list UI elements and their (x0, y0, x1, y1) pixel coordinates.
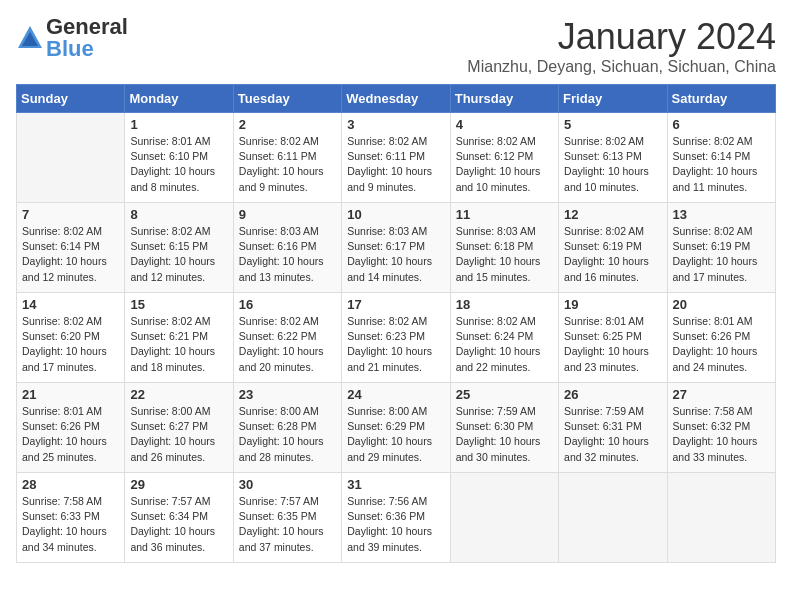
day-number: 28 (22, 477, 119, 492)
calendar-cell: 22Sunrise: 8:00 AMSunset: 6:27 PMDayligh… (125, 383, 233, 473)
day-info: Sunrise: 8:02 AMSunset: 6:12 PMDaylight:… (456, 134, 553, 195)
day-info: Sunrise: 8:00 AMSunset: 6:28 PMDaylight:… (239, 404, 336, 465)
calendar-cell: 11Sunrise: 8:03 AMSunset: 6:18 PMDayligh… (450, 203, 558, 293)
calendar-cell: 26Sunrise: 7:59 AMSunset: 6:31 PMDayligh… (559, 383, 667, 473)
weekday-header-monday: Monday (125, 85, 233, 113)
logo: General Blue (16, 16, 128, 60)
day-info: Sunrise: 8:02 AMSunset: 6:23 PMDaylight:… (347, 314, 444, 375)
day-number: 17 (347, 297, 444, 312)
day-number: 18 (456, 297, 553, 312)
day-info: Sunrise: 8:02 AMSunset: 6:15 PMDaylight:… (130, 224, 227, 285)
weekday-header-thursday: Thursday (450, 85, 558, 113)
weekday-header-row: SundayMondayTuesdayWednesdayThursdayFrid… (17, 85, 776, 113)
calendar-cell: 16Sunrise: 8:02 AMSunset: 6:22 PMDayligh… (233, 293, 341, 383)
calendar-cell: 24Sunrise: 8:00 AMSunset: 6:29 PMDayligh… (342, 383, 450, 473)
calendar-cell (450, 473, 558, 563)
day-number: 15 (130, 297, 227, 312)
calendar-cell: 1Sunrise: 8:01 AMSunset: 6:10 PMDaylight… (125, 113, 233, 203)
day-number: 14 (22, 297, 119, 312)
week-row-4: 21Sunrise: 8:01 AMSunset: 6:26 PMDayligh… (17, 383, 776, 473)
day-info: Sunrise: 8:01 AMSunset: 6:26 PMDaylight:… (22, 404, 119, 465)
day-info: Sunrise: 7:59 AMSunset: 6:30 PMDaylight:… (456, 404, 553, 465)
day-info: Sunrise: 8:02 AMSunset: 6:13 PMDaylight:… (564, 134, 661, 195)
calendar-cell: 19Sunrise: 8:01 AMSunset: 6:25 PMDayligh… (559, 293, 667, 383)
location: Mianzhu, Deyang, Sichuan, Sichuan, China (467, 58, 776, 76)
calendar-cell (559, 473, 667, 563)
calendar-table: SundayMondayTuesdayWednesdayThursdayFrid… (16, 84, 776, 563)
calendar-cell: 28Sunrise: 7:58 AMSunset: 6:33 PMDayligh… (17, 473, 125, 563)
calendar-cell: 8Sunrise: 8:02 AMSunset: 6:15 PMDaylight… (125, 203, 233, 293)
week-row-1: 1Sunrise: 8:01 AMSunset: 6:10 PMDaylight… (17, 113, 776, 203)
calendar-cell: 5Sunrise: 8:02 AMSunset: 6:13 PMDaylight… (559, 113, 667, 203)
day-number: 5 (564, 117, 661, 132)
day-info: Sunrise: 8:02 AMSunset: 6:11 PMDaylight:… (239, 134, 336, 195)
calendar-cell: 9Sunrise: 8:03 AMSunset: 6:16 PMDaylight… (233, 203, 341, 293)
day-number: 2 (239, 117, 336, 132)
day-number: 8 (130, 207, 227, 222)
day-number: 1 (130, 117, 227, 132)
calendar-cell (17, 113, 125, 203)
day-number: 3 (347, 117, 444, 132)
day-info: Sunrise: 8:02 AMSunset: 6:14 PMDaylight:… (673, 134, 770, 195)
day-number: 26 (564, 387, 661, 402)
day-info: Sunrise: 7:59 AMSunset: 6:31 PMDaylight:… (564, 404, 661, 465)
week-row-3: 14Sunrise: 8:02 AMSunset: 6:20 PMDayligh… (17, 293, 776, 383)
day-number: 24 (347, 387, 444, 402)
calendar-cell: 18Sunrise: 8:02 AMSunset: 6:24 PMDayligh… (450, 293, 558, 383)
day-info: Sunrise: 8:03 AMSunset: 6:18 PMDaylight:… (456, 224, 553, 285)
day-number: 9 (239, 207, 336, 222)
day-info: Sunrise: 7:56 AMSunset: 6:36 PMDaylight:… (347, 494, 444, 555)
calendar-cell: 25Sunrise: 7:59 AMSunset: 6:30 PMDayligh… (450, 383, 558, 473)
calendar-cell: 12Sunrise: 8:02 AMSunset: 6:19 PMDayligh… (559, 203, 667, 293)
calendar-cell: 7Sunrise: 8:02 AMSunset: 6:14 PMDaylight… (17, 203, 125, 293)
day-info: Sunrise: 7:58 AMSunset: 6:33 PMDaylight:… (22, 494, 119, 555)
week-row-5: 28Sunrise: 7:58 AMSunset: 6:33 PMDayligh… (17, 473, 776, 563)
day-info: Sunrise: 8:02 AMSunset: 6:22 PMDaylight:… (239, 314, 336, 375)
day-info: Sunrise: 8:02 AMSunset: 6:11 PMDaylight:… (347, 134, 444, 195)
day-info: Sunrise: 8:02 AMSunset: 6:24 PMDaylight:… (456, 314, 553, 375)
day-info: Sunrise: 8:01 AMSunset: 6:10 PMDaylight:… (130, 134, 227, 195)
day-number: 21 (22, 387, 119, 402)
calendar-cell: 6Sunrise: 8:02 AMSunset: 6:14 PMDaylight… (667, 113, 775, 203)
day-number: 11 (456, 207, 553, 222)
calendar-cell (667, 473, 775, 563)
day-number: 13 (673, 207, 770, 222)
weekday-header-friday: Friday (559, 85, 667, 113)
day-number: 29 (130, 477, 227, 492)
calendar-cell: 3Sunrise: 8:02 AMSunset: 6:11 PMDaylight… (342, 113, 450, 203)
calendar-cell: 23Sunrise: 8:00 AMSunset: 6:28 PMDayligh… (233, 383, 341, 473)
day-info: Sunrise: 7:58 AMSunset: 6:32 PMDaylight:… (673, 404, 770, 465)
weekday-header-tuesday: Tuesday (233, 85, 341, 113)
calendar-cell: 17Sunrise: 8:02 AMSunset: 6:23 PMDayligh… (342, 293, 450, 383)
logo-blue-text: Blue (46, 38, 128, 60)
day-number: 16 (239, 297, 336, 312)
month-title: January 2024 (467, 16, 776, 58)
day-info: Sunrise: 8:02 AMSunset: 6:14 PMDaylight:… (22, 224, 119, 285)
calendar-cell: 21Sunrise: 8:01 AMSunset: 6:26 PMDayligh… (17, 383, 125, 473)
day-info: Sunrise: 7:57 AMSunset: 6:35 PMDaylight:… (239, 494, 336, 555)
calendar-cell: 30Sunrise: 7:57 AMSunset: 6:35 PMDayligh… (233, 473, 341, 563)
day-info: Sunrise: 8:03 AMSunset: 6:17 PMDaylight:… (347, 224, 444, 285)
calendar-cell: 13Sunrise: 8:02 AMSunset: 6:19 PMDayligh… (667, 203, 775, 293)
calendar-cell: 27Sunrise: 7:58 AMSunset: 6:32 PMDayligh… (667, 383, 775, 473)
day-info: Sunrise: 8:02 AMSunset: 6:19 PMDaylight:… (673, 224, 770, 285)
day-number: 25 (456, 387, 553, 402)
weekday-header-wednesday: Wednesday (342, 85, 450, 113)
logo-icon (16, 24, 44, 52)
day-info: Sunrise: 8:03 AMSunset: 6:16 PMDaylight:… (239, 224, 336, 285)
day-info: Sunrise: 8:00 AMSunset: 6:27 PMDaylight:… (130, 404, 227, 465)
day-number: 7 (22, 207, 119, 222)
calendar-cell: 14Sunrise: 8:02 AMSunset: 6:20 PMDayligh… (17, 293, 125, 383)
page-header: General Blue January 2024 Mianzhu, Deyan… (16, 16, 776, 76)
calendar-cell: 29Sunrise: 7:57 AMSunset: 6:34 PMDayligh… (125, 473, 233, 563)
day-number: 22 (130, 387, 227, 402)
day-number: 4 (456, 117, 553, 132)
calendar-cell: 20Sunrise: 8:01 AMSunset: 6:26 PMDayligh… (667, 293, 775, 383)
calendar-cell: 10Sunrise: 8:03 AMSunset: 6:17 PMDayligh… (342, 203, 450, 293)
day-number: 19 (564, 297, 661, 312)
calendar-cell: 31Sunrise: 7:56 AMSunset: 6:36 PMDayligh… (342, 473, 450, 563)
day-number: 27 (673, 387, 770, 402)
weekday-header-saturday: Saturday (667, 85, 775, 113)
calendar-cell: 15Sunrise: 8:02 AMSunset: 6:21 PMDayligh… (125, 293, 233, 383)
day-number: 6 (673, 117, 770, 132)
